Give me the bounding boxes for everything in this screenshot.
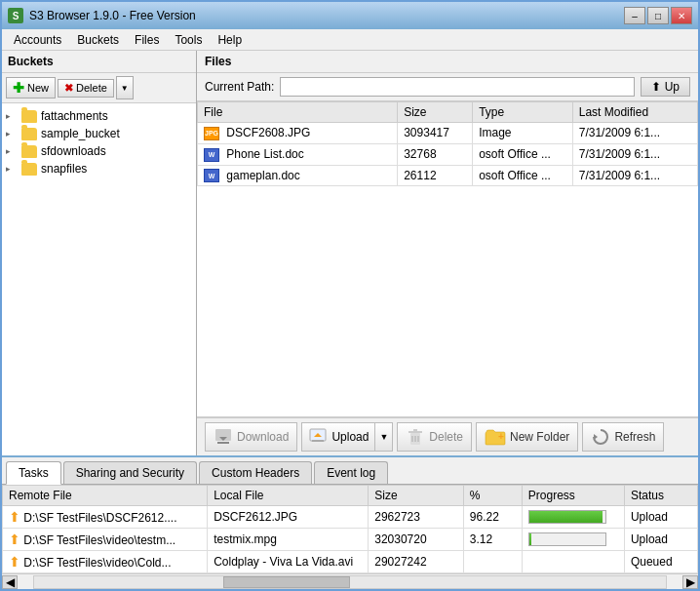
current-path-bar: Current Path: ⬆ Up <box>197 73 698 101</box>
action-toolbar: Download Upload ▼ <box>197 417 698 455</box>
file-type: osoft Office ... <box>473 143 573 165</box>
menu-tools[interactable]: Tools <box>167 31 210 49</box>
minimize-button[interactable]: – <box>624 7 645 24</box>
list-item[interactable]: ▸ sample_bucket <box>2 125 196 142</box>
tabs-area: Tasks Sharing and Security Custom Header… <box>2 455 698 573</box>
upload-label: Upload <box>331 430 369 444</box>
list-item[interactable]: ▸ fattachments <box>2 107 196 125</box>
task-remote-file: ⬆ D:\SF TestFiles\video\testm... <box>3 529 208 551</box>
tab-headers[interactable]: Custom Headers <box>199 461 312 484</box>
close-button[interactable]: ✕ <box>671 7 692 24</box>
tab-eventlog[interactable]: Event log <box>314 461 388 484</box>
upload-dropdown-arrow[interactable]: ▼ <box>375 428 392 446</box>
table-row[interactable]: ⬆ D:\SF TestFiles\video\Cold...Coldplay … <box>3 551 698 573</box>
left-panel: Buckets ✚ New ✖ Delete ▼ ▸ fattachments <box>2 51 197 455</box>
delete-button[interactable]: Delete <box>397 422 472 452</box>
folder-icon <box>21 145 37 158</box>
bottom-scrollbar[interactable]: ◀ ▶ <box>2 573 698 589</box>
upload-icon <box>308 427 328 447</box>
upload-arrow-icon: ⬆ <box>9 509 20 525</box>
file-modified: 7/31/2009 6:1... <box>572 123 697 144</box>
svg-marker-13 <box>594 434 598 440</box>
col-header-size[interactable]: Size <box>398 102 473 123</box>
progress-bar-container <box>528 510 606 524</box>
tabs-row: Tasks Sharing and Security Custom Header… <box>2 457 698 484</box>
list-item[interactable]: ▸ snapfiles <box>2 160 196 177</box>
task-progress <box>522 551 624 573</box>
file-size: 32768 <box>398 143 473 165</box>
col-header-type[interactable]: Type <box>473 102 573 123</box>
app-icon: S <box>8 8 23 23</box>
tab-tasks[interactable]: Tasks <box>6 461 61 485</box>
up-button[interactable]: ⬆ Up <box>641 77 690 97</box>
table-row[interactable]: ⬆ D:\SF TestFiles\DSCF2612....DSCF2612.J… <box>3 506 698 529</box>
task-local-file: DSCF2612.JPG <box>208 506 369 529</box>
download-label: Download <box>237 430 289 444</box>
maximize-button[interactable]: □ <box>647 7 669 24</box>
scroll-right[interactable]: ▶ <box>682 575 698 589</box>
new-label: New <box>27 82 49 94</box>
folder-icon <box>21 110 37 123</box>
upload-button[interactable]: Upload ▼ <box>301 422 393 452</box>
menu-accounts[interactable]: Accounts <box>6 31 69 49</box>
file-name: JPG DSCF2608.JPG <box>198 123 398 144</box>
delete-bucket-button[interactable]: ✖ Delete <box>58 79 114 98</box>
dropdown-arrow[interactable]: ▼ <box>116 76 134 99</box>
table-row[interactable]: W Phone List.doc 32768 osoft Office ... … <box>198 143 698 165</box>
col-header-progress[interactable]: Progress <box>522 486 624 506</box>
path-input[interactable] <box>280 77 634 97</box>
title-bar-left: S S3 Browser 1.9.0 - Free Version <box>8 8 196 23</box>
refresh-button[interactable]: Refresh <box>582 422 664 452</box>
bucket-name: sfdownloads <box>41 144 106 158</box>
right-panel: Files Current Path: ⬆ Up File Size Type <box>197 51 698 455</box>
download-button[interactable]: Download <box>205 422 297 452</box>
main-window: S S3 Browser 1.9.0 - Free Version – □ ✕ … <box>0 0 700 591</box>
file-table: File Size Type Last Modified JPG DSCF260… <box>197 101 698 186</box>
scroll-left[interactable]: ◀ <box>2 575 18 589</box>
delete-icon <box>406 427 425 447</box>
menu-files[interactable]: Files <box>127 31 167 49</box>
svg-rect-7 <box>408 431 422 433</box>
new-folder-button[interactable]: + New Folder <box>476 422 578 452</box>
scroll-thumb[interactable] <box>223 576 350 588</box>
col-header-size[interactable]: Size <box>369 486 464 506</box>
svg-rect-8 <box>413 429 417 431</box>
svg-rect-2 <box>217 442 229 444</box>
col-header-remote[interactable]: Remote File <box>3 486 208 506</box>
upload-main[interactable]: Upload <box>302 423 375 451</box>
download-icon <box>214 427 233 447</box>
file-type: Image <box>473 123 573 144</box>
up-arrow-icon: ⬆ <box>651 80 661 94</box>
expand-icon: ▸ <box>6 164 21 174</box>
col-header-pct[interactable]: % <box>463 486 522 506</box>
file-size: 26112 <box>398 165 473 186</box>
table-row[interactable]: W gameplan.doc 26112 osoft Office ... 7/… <box>198 165 698 186</box>
task-progress <box>522 506 624 529</box>
delete-label: Delete <box>429 430 463 444</box>
col-header-modified[interactable]: Last Modified <box>572 102 697 123</box>
expand-icon: ▸ <box>6 111 21 121</box>
tasks-table: Remote File Local File Size % Progress S… <box>2 485 698 573</box>
upload-arrow-icon: ⬆ <box>9 532 20 547</box>
tab-sharing[interactable]: Sharing and Security <box>63 461 197 484</box>
new-folder-label: New Folder <box>510 430 569 444</box>
scroll-track[interactable] <box>33 575 667 589</box>
col-header-local[interactable]: Local File <box>208 486 369 506</box>
task-size: 2962723 <box>369 506 464 529</box>
menu-buckets[interactable]: Buckets <box>69 31 127 49</box>
col-header-file[interactable]: File <box>198 102 398 123</box>
list-item[interactable]: ▸ sfdownloads <box>2 142 196 160</box>
buckets-header: Buckets <box>2 51 196 73</box>
expand-icon: ▸ <box>6 146 21 156</box>
refresh-label: Refresh <box>614 430 655 444</box>
new-bucket-button[interactable]: ✚ New <box>6 77 56 98</box>
col-header-status[interactable]: Status <box>624 486 697 506</box>
plus-icon: ✚ <box>13 80 24 96</box>
task-percent: 96.22 <box>463 506 522 529</box>
task-size: 32030720 <box>369 529 464 551</box>
menu-help[interactable]: Help <box>210 31 250 49</box>
table-row[interactable]: JPG DSCF2608.JPG 3093417 Image 7/31/2009… <box>198 123 698 144</box>
bucket-name: fattachments <box>41 109 108 123</box>
table-row[interactable]: ⬆ D:\SF TestFiles\video\testm...testmix.… <box>3 529 698 551</box>
svg-rect-5 <box>312 440 324 442</box>
